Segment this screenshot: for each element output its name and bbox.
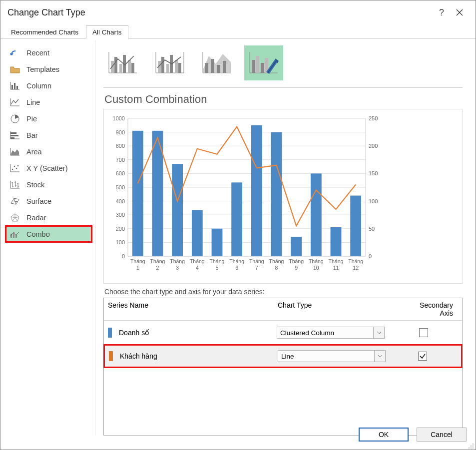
combo-subtype-custom[interactable] (244, 45, 283, 80)
svg-rect-63 (132, 131, 143, 256)
sidebar-item-line[interactable]: Line (5, 94, 92, 110)
svg-point-10 (17, 165, 19, 166)
main-panel: Custom Combination 010020030040050060070… (95, 40, 471, 436)
svg-point-106 (471, 448, 472, 449)
svg-rect-73 (331, 227, 342, 256)
column-icon (9, 81, 20, 90)
svg-point-104 (473, 446, 474, 447)
line-icon (9, 98, 20, 107)
svg-text:1000: 1000 (113, 115, 125, 121)
svg-text:100: 100 (116, 239, 125, 245)
surface-icon (9, 197, 20, 206)
sidebar-item-label: Templates (26, 65, 59, 73)
svg-text:600: 600 (116, 170, 125, 176)
svg-rect-31 (256, 56, 259, 73)
combo-subtype-stacked-area-column[interactable] (197, 45, 236, 80)
svg-rect-71 (291, 237, 302, 256)
templates-icon (9, 65, 20, 74)
svg-point-102 (473, 444, 474, 445)
svg-text:Tháng: Tháng (170, 258, 185, 264)
sidebar-item-area[interactable]: Area (5, 143, 92, 160)
tab-all-charts[interactable]: All Charts (86, 25, 128, 38)
svg-rect-15 (114, 57, 117, 73)
svg-text:400: 400 (116, 198, 125, 204)
close-icon (456, 9, 463, 16)
sidebar-item-pie[interactable]: Pie (5, 110, 92, 127)
svg-rect-69 (251, 125, 262, 256)
ok-button[interactable]: OK (359, 428, 409, 442)
svg-rect-1 (14, 83, 15, 89)
series-row-khach-hang[interactable]: Khách hàng Line (103, 344, 463, 368)
svg-text:7: 7 (255, 265, 258, 271)
svg-rect-5 (10, 135, 18, 136)
resize-grip[interactable] (468, 442, 475, 449)
svg-text:Tháng: Tháng (348, 258, 363, 264)
svg-text:200: 200 (116, 226, 125, 232)
combo-subtype-row (103, 45, 463, 88)
combo-subtype-clustered-column-line-secondary[interactable] (150, 45, 189, 80)
svg-text:150: 150 (369, 170, 378, 176)
svg-text:8: 8 (275, 265, 278, 271)
sidebar-item-stock[interactable]: Stock (5, 176, 92, 193)
sidebar-item-combo[interactable]: Combo (5, 226, 92, 242)
svg-text:250: 250 (369, 115, 378, 121)
cancel-button[interactable]: Cancel (417, 428, 467, 442)
sidebar-item-templates[interactable]: Templates (5, 61, 92, 77)
close-button[interactable] (451, 3, 469, 21)
preview-title: Custom Combination (104, 93, 463, 106)
svg-point-105 (469, 448, 470, 449)
svg-rect-14 (111, 61, 114, 73)
chevron-down-icon (374, 351, 385, 362)
sidebar-item-column[interactable]: Column (5, 77, 92, 94)
help-button[interactable]: ? (433, 3, 451, 21)
chart-type-select-khach-hang[interactable]: Line (278, 350, 386, 362)
svg-rect-66 (192, 210, 203, 256)
svg-point-9 (16, 167, 17, 169)
sidebar-item-recent[interactable]: Recent (5, 44, 92, 61)
sidebar-item-scatter[interactable]: X Y (Scatter) (5, 160, 92, 176)
secondary-axis-checkbox-doanh-so[interactable] (419, 328, 428, 337)
svg-text:100: 100 (369, 198, 378, 204)
area-icon (9, 147, 20, 156)
svg-text:Tháng: Tháng (289, 258, 304, 264)
svg-text:6: 6 (235, 265, 238, 271)
svg-text:200: 200 (369, 143, 378, 149)
svg-text:10: 10 (313, 265, 319, 271)
tab-recommended-charts[interactable]: Recommended Charts (4, 25, 85, 38)
recent-icon (9, 48, 20, 57)
secondary-axis-checkbox-khach-hang[interactable] (418, 352, 427, 361)
svg-rect-6 (10, 137, 14, 139)
titlebar: Change Chart Type ? (0, 0, 476, 24)
svg-text:Tháng: Tháng (309, 258, 324, 264)
svg-rect-24 (175, 60, 178, 73)
svg-rect-0 (11, 85, 13, 89)
pie-icon (9, 114, 20, 123)
svg-point-7 (12, 168, 13, 170)
series-table: Series Name Chart Type Secondary Axis Do… (103, 298, 463, 436)
svg-text:Tháng: Tháng (190, 258, 205, 264)
svg-rect-4 (10, 132, 16, 134)
svg-rect-16 (119, 64, 122, 73)
svg-text:4: 4 (196, 265, 199, 271)
svg-rect-30 (252, 60, 255, 73)
svg-text:3: 3 (176, 265, 179, 271)
chevron-down-icon (373, 327, 384, 338)
series-row-doanh-so[interactable]: Doanh số Clustered Column (104, 321, 462, 345)
sidebar-item-label: Stock (26, 181, 44, 189)
dialog-buttons: OK Cancel (359, 428, 467, 442)
combo-icon (9, 230, 20, 239)
svg-rect-70 (271, 132, 282, 256)
svg-text:9: 9 (295, 265, 298, 271)
sidebar-item-label: Combo (26, 230, 50, 238)
svg-text:0: 0 (122, 253, 125, 259)
sidebar-item-radar[interactable]: Radar (5, 209, 92, 226)
combo-subtype-clustered-column-line[interactable] (103, 45, 142, 80)
svg-text:1: 1 (136, 265, 139, 271)
svg-rect-2 (16, 86, 18, 89)
chart-type-select-doanh-so[interactable]: Clustered Column (277, 327, 385, 339)
svg-text:Tháng: Tháng (329, 258, 344, 264)
svg-text:700: 700 (116, 157, 125, 163)
sidebar-item-surface[interactable]: Surface (5, 193, 92, 209)
svg-rect-67 (212, 229, 223, 256)
sidebar-item-bar[interactable]: Bar (5, 127, 92, 143)
